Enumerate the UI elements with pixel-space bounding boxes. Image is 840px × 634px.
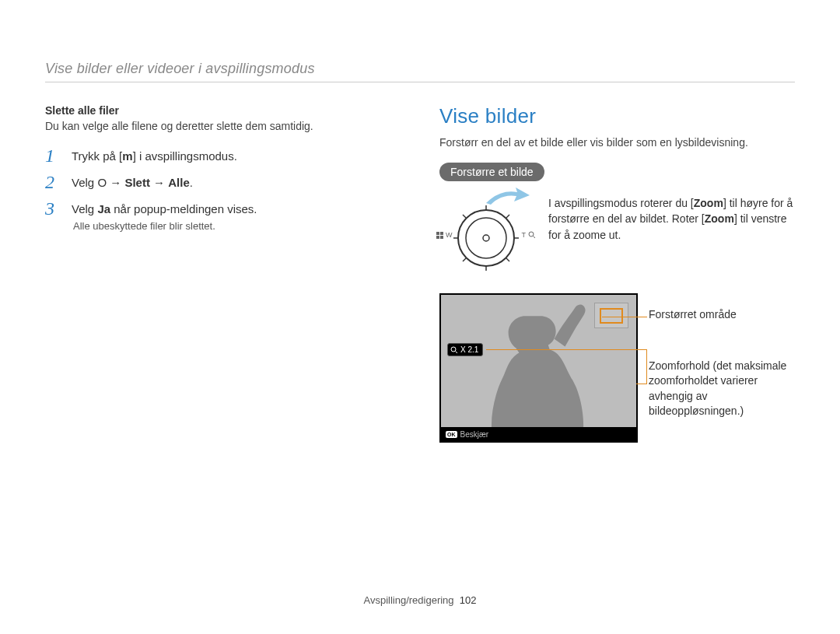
delete-all-intro: Du kan velge alle filene og deretter sle… bbox=[45, 120, 401, 132]
menu-key-icon: m bbox=[122, 149, 132, 163]
svg-line-9 bbox=[506, 258, 509, 261]
step-number: 1 bbox=[45, 146, 61, 165]
magnifier-icon bbox=[450, 346, 458, 354]
step-2: 2 Velg O → Slett → Alle. bbox=[45, 173, 401, 191]
magnifier-icon bbox=[528, 231, 536, 239]
callout-line bbox=[646, 349, 647, 384]
zoom-instruction-row: W T I avspillingsmodus roterer du [Zoom]… bbox=[439, 195, 795, 276]
step-text: Trykk på [ bbox=[72, 149, 122, 163]
step-note: Alle ubeskyttede filer blir slettet. bbox=[73, 220, 257, 232]
ok-button-icon: OK bbox=[446, 431, 457, 438]
step-text: . bbox=[190, 176, 193, 189]
zoom-out-label: W bbox=[446, 231, 453, 239]
enlarge-image-badge: Forstørre et bilde bbox=[439, 163, 544, 181]
zoom-keyword: Zoom bbox=[694, 197, 723, 209]
zoom-instruction-text: I avspillingsmodus roterer du [Zoom] til… bbox=[548, 195, 795, 243]
confirm-yes: Ja bbox=[97, 202, 110, 215]
step-body: Trykk på [m] i avspillingsmodus. bbox=[72, 146, 237, 165]
rotate-arrow-icon bbox=[485, 187, 531, 208]
preview-bottom-bar: OK Beskjær bbox=[441, 427, 636, 441]
step-number: 3 bbox=[45, 199, 61, 232]
zoom-dial-illustration: W T bbox=[439, 195, 533, 276]
navigator-area bbox=[594, 303, 628, 328]
page-number: 102 bbox=[460, 594, 477, 606]
step-body: Velg Ja når popup-meldingen vises. Alle … bbox=[72, 199, 257, 232]
arrow-icon: → bbox=[150, 176, 168, 189]
callout-enlarged-area: Forstørret område bbox=[649, 307, 795, 323]
zoom-ratio-value: X 2.1 bbox=[460, 345, 478, 354]
screen-preview: X 2.1 OK Beskjær bbox=[439, 293, 638, 443]
step-3: 3 Velg Ja når popup-meldingen vises. All… bbox=[45, 199, 401, 232]
step-text: Velg bbox=[72, 176, 97, 189]
svg-point-13 bbox=[451, 347, 456, 352]
step-1: 1 Trykk på [m] i avspillingsmodus. bbox=[45, 146, 401, 165]
menu-option-all: Alle bbox=[168, 176, 190, 189]
steps-list: 1 Trykk på [m] i avspillingsmodus. 2 Vel… bbox=[45, 146, 401, 232]
callout-line bbox=[636, 384, 647, 384]
callout-line bbox=[602, 317, 647, 317]
step-text: ] i avspillingsmodus. bbox=[133, 149, 237, 163]
arrow-icon: → bbox=[107, 176, 124, 189]
footer-section: Avspilling/redigering bbox=[363, 594, 453, 606]
svg-line-8 bbox=[463, 215, 466, 218]
callout-line bbox=[486, 349, 647, 350]
callout-zoom-ratio: Zoomforhold (det maksimale zoomforholdet… bbox=[649, 359, 795, 419]
divider bbox=[45, 82, 795, 82]
text: I avspillingsmodus roterer du [ bbox=[548, 197, 694, 209]
step-body: Velg O → Slett → Alle. bbox=[72, 173, 193, 191]
callout-labels: Forstørret område Zoomforhold (det maksi… bbox=[649, 293, 795, 419]
zoom-ratio-badge: X 2.1 bbox=[447, 343, 483, 356]
preview-row: X 2.1 OK Beskjær Forstørret område Zoomf… bbox=[439, 293, 795, 443]
navigator-viewport bbox=[600, 308, 623, 324]
view-images-intro: Forstørr en del av et bilde eller vis bi… bbox=[439, 136, 795, 149]
svg-point-11 bbox=[529, 232, 534, 236]
zoom-keyword: Zoom bbox=[705, 212, 734, 225]
right-column: Vise bilder Forstørr en del av et bilde … bbox=[439, 104, 795, 443]
svg-line-10 bbox=[463, 258, 466, 261]
option-icon: O bbox=[97, 176, 107, 189]
thumbnail-grid-icon bbox=[436, 232, 443, 239]
page-footer: Avspilling/redigering 102 bbox=[0, 594, 840, 606]
svg-line-14 bbox=[456, 351, 458, 353]
step-text: når popup-meldingen vises. bbox=[110, 202, 257, 215]
breadcrumb: Vise bilder eller videoer i avspillingsm… bbox=[45, 61, 795, 77]
step-number: 2 bbox=[45, 173, 61, 191]
svg-line-7 bbox=[506, 215, 509, 218]
zoom-in-label: T bbox=[522, 231, 527, 239]
delete-all-heading: Slette alle filer bbox=[45, 104, 401, 117]
crop-label: Beskjær bbox=[460, 430, 489, 439]
menu-option-delete: Slett bbox=[124, 176, 150, 189]
dial-labels: W T bbox=[436, 231, 536, 239]
section-title-view-images: Vise bilder bbox=[439, 104, 795, 128]
left-column: Slette alle filer Du kan velge alle file… bbox=[45, 104, 401, 443]
svg-line-12 bbox=[534, 236, 536, 239]
step-text: Velg bbox=[72, 202, 97, 215]
